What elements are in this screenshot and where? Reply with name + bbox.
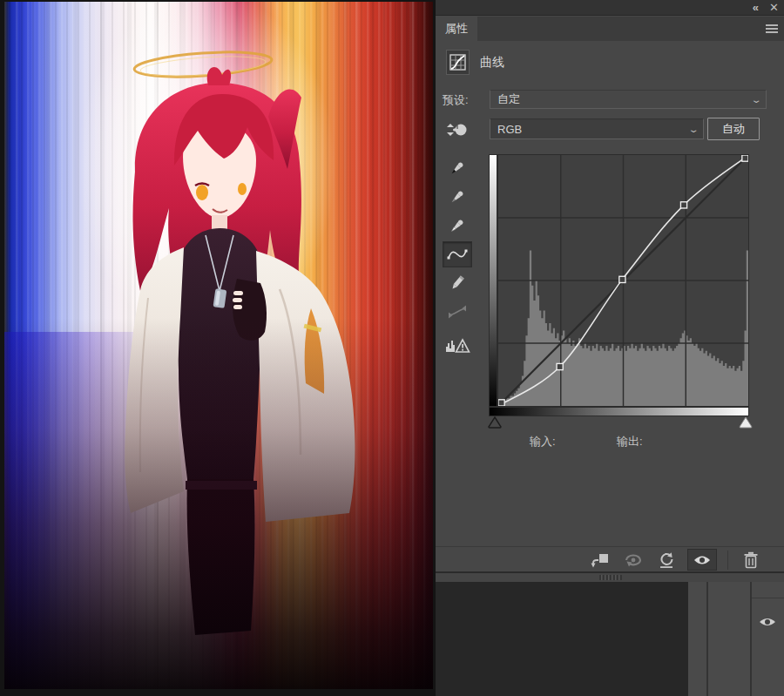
chevron-down-icon: ⌄ xyxy=(750,95,761,105)
column-divider xyxy=(706,582,708,696)
channel-select[interactable]: RGB ⌄ xyxy=(490,118,704,139)
preset-select[interactable]: 自定 ⌄ xyxy=(490,90,767,109)
preset-label: 预设: xyxy=(443,92,469,108)
hamburger-menu-icon[interactable] xyxy=(766,24,778,33)
layer-visibility-eye-icon[interactable] xyxy=(758,615,777,629)
white-point-eyedropper-icon[interactable] xyxy=(443,213,472,239)
io-row: 输入: 输出: xyxy=(436,434,784,451)
layers-list-area xyxy=(436,582,688,696)
curve-point-handle[interactable] xyxy=(742,155,748,161)
targeted-adjustment-hand-icon[interactable] xyxy=(443,117,472,143)
row-divider xyxy=(752,598,784,598)
channel-value: RGB xyxy=(497,123,522,136)
black-point-eyedropper-icon[interactable] xyxy=(443,155,472,181)
preset-value: 自定 xyxy=(497,91,520,107)
curve-point-handle[interactable] xyxy=(680,202,686,208)
bottom-shadow xyxy=(4,2,433,689)
preset-row: 预设: 自定 ⌄ xyxy=(443,90,777,109)
chevron-down-icon: ⌄ xyxy=(687,125,699,134)
tab-properties[interactable]: 属性 xyxy=(436,17,477,41)
toolbar-separator xyxy=(727,551,728,570)
curve-chart[interactable] xyxy=(498,155,748,406)
drag-grip-icon[interactable] xyxy=(599,575,622,580)
trash-icon[interactable] xyxy=(739,549,763,571)
artwork-image[interactable] xyxy=(4,2,433,689)
input-label: 输入: xyxy=(530,434,556,449)
tool-column xyxy=(443,155,474,361)
pencil-draw-curve-icon[interactable] xyxy=(443,270,472,296)
black-point-slider[interactable] xyxy=(487,416,503,429)
output-label: 输出: xyxy=(617,434,643,449)
collapse-panels-icon[interactable]: « xyxy=(753,1,759,15)
curve-point-handle[interactable] xyxy=(498,400,504,406)
curves-adjustment-icon xyxy=(446,50,470,75)
edit-curve-points-icon[interactable] xyxy=(443,241,472,267)
column-divider xyxy=(750,582,752,696)
reset-icon[interactable] xyxy=(654,549,679,571)
panel-footer-toolbar xyxy=(436,546,784,571)
panel-resize-strip[interactable] xyxy=(436,573,784,582)
channel-row: RGB ⌄ 自动 xyxy=(443,118,777,140)
close-icon[interactable]: ✕ xyxy=(769,1,779,15)
curve-point-handle[interactable] xyxy=(619,276,625,282)
layers-panel-fragment xyxy=(436,582,784,696)
adjustment-title: 曲线 xyxy=(480,55,504,71)
clip-to-layer-icon[interactable] xyxy=(588,549,612,571)
histogram-warning-icon[interactable] xyxy=(443,332,472,358)
adjustment-header: 曲线 xyxy=(446,50,504,75)
auto-button[interactable]: 自动 xyxy=(707,118,760,140)
smooth-curve-icon[interactable] xyxy=(443,299,472,325)
document-canvas[interactable] xyxy=(0,0,436,696)
curve-point-handle[interactable] xyxy=(557,363,563,369)
properties-panel: « ✕ 属性 曲线 预设: 自定 ⌄ xyxy=(436,0,784,696)
white-point-slider[interactable] xyxy=(738,416,754,429)
panel-tabstrip: 属性 xyxy=(436,17,784,41)
curve-plot-area[interactable] xyxy=(497,154,749,407)
gray-point-eyedropper-icon[interactable] xyxy=(443,184,472,210)
panel-titlebar: « ✕ xyxy=(436,0,784,16)
output-gradient-strip xyxy=(489,154,497,407)
application-window: « ✕ 属性 曲线 预设: 自定 ⌄ xyxy=(0,0,784,696)
visibility-eye-icon[interactable] xyxy=(687,549,717,571)
input-gradient-strip xyxy=(489,407,749,416)
previous-state-eye-icon[interactable] xyxy=(621,549,645,571)
